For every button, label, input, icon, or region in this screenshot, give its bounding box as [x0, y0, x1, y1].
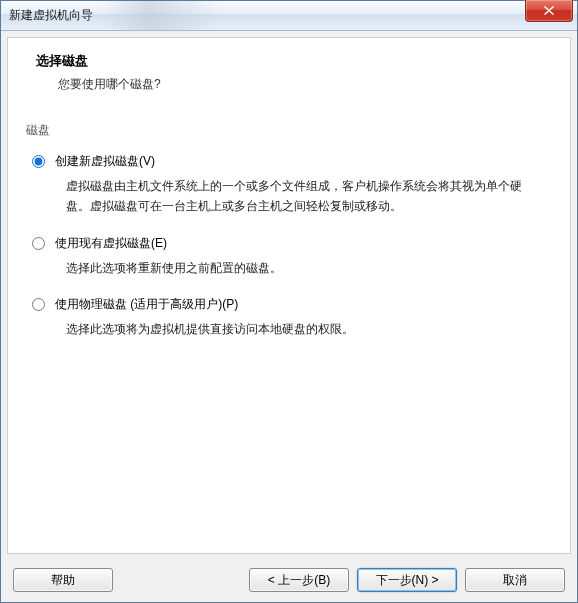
client-area: 选择磁盘 您要使用哪个磁盘? 磁盘 创建新虚拟磁盘(V) 虚拟磁盘由主机文件系统… [1, 31, 577, 602]
next-button[interactable]: 下一步(N) > [357, 568, 457, 592]
button-bar: 帮助 < 上一步(B) 下一步(N) > 取消 [1, 560, 577, 602]
close-button[interactable] [525, 0, 573, 22]
back-button[interactable]: < 上一步(B) [249, 568, 349, 592]
cancel-button[interactable]: 取消 [465, 568, 565, 592]
option-use-existing-disk[interactable]: 使用现有虚拟磁盘(E) [26, 235, 552, 252]
content-panel: 选择磁盘 您要使用哪个磁盘? 磁盘 创建新虚拟磁盘(V) 虚拟磁盘由主机文件系统… [7, 37, 571, 554]
option-desc: 选择此选项将重新使用之前配置的磁盘。 [66, 258, 540, 278]
titlebar-decoration [101, 1, 221, 30]
radio-use-physical-disk[interactable] [32, 298, 45, 311]
option-label: 使用物理磁盘 (适用于高级用户)(P) [55, 296, 238, 313]
option-label: 创建新虚拟磁盘(V) [55, 153, 155, 170]
wizard-body: 磁盘 创建新虚拟磁盘(V) 虚拟磁盘由主机文件系统上的一个或多个文件组成，客户机… [8, 108, 570, 553]
wizard-header: 选择磁盘 您要使用哪个磁盘? [8, 38, 570, 107]
option-create-new-disk[interactable]: 创建新虚拟磁盘(V) [26, 153, 552, 170]
close-icon [543, 5, 555, 16]
option-desc: 选择此选项将为虚拟机提供直接访问本地硬盘的权限。 [66, 319, 540, 339]
option-label: 使用现有虚拟磁盘(E) [55, 235, 167, 252]
help-button[interactable]: 帮助 [13, 568, 113, 592]
titlebar: 新建虚拟机向导 [1, 1, 577, 31]
window-title: 新建虚拟机向导 [9, 7, 93, 24]
section-label: 磁盘 [26, 122, 552, 139]
radio-create-new-disk[interactable] [32, 155, 45, 168]
option-desc: 虚拟磁盘由主机文件系统上的一个或多个文件组成，客户机操作系统会将其视为单个硬盘。… [66, 176, 540, 217]
page-title: 选择磁盘 [36, 52, 552, 70]
option-use-physical-disk[interactable]: 使用物理磁盘 (适用于高级用户)(P) [26, 296, 552, 313]
radio-use-existing-disk[interactable] [32, 237, 45, 250]
page-subtitle: 您要使用哪个磁盘? [36, 76, 552, 93]
wizard-window: 新建虚拟机向导 选择磁盘 您要使用哪个磁盘? 磁盘 创建新虚拟磁盘(V) 虚拟磁… [0, 0, 578, 603]
